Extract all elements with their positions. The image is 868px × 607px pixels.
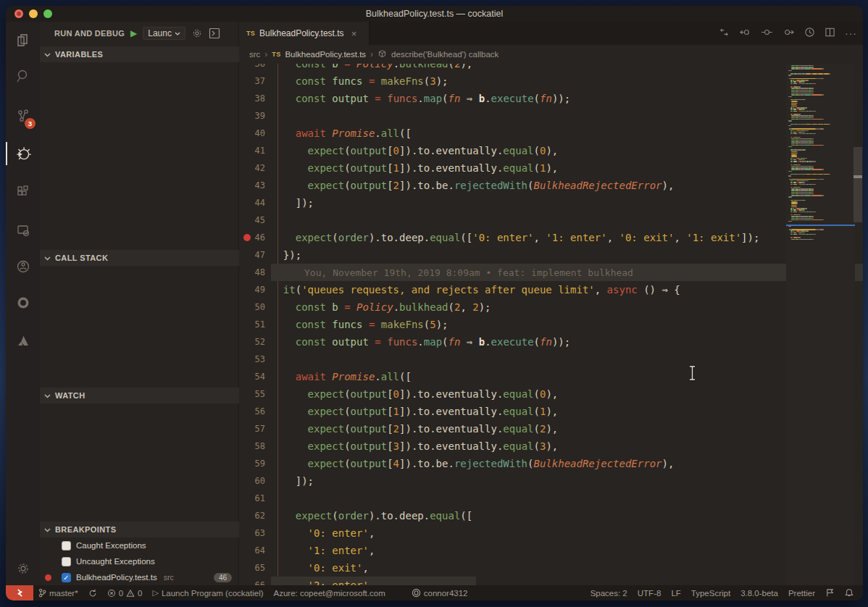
- code-line-43[interactable]: 43 expect(output[2]).to.be.rejectedWith(…: [239, 177, 863, 194]
- tab-bulkheadpolicy-test[interactable]: TS BulkheadPolicy.test.ts ×: [239, 22, 370, 45]
- eol-status[interactable]: LF: [666, 589, 685, 598]
- code-text[interactable]: [271, 351, 863, 368]
- variables-section-header[interactable]: VARIABLES: [40, 46, 239, 62]
- gutter[interactable]: 56: [239, 403, 271, 420]
- code-line-39[interactable]: 39: [239, 107, 863, 125]
- code-text[interactable]: expect(order).to.deep.equal([: [271, 507, 863, 524]
- code-text[interactable]: [271, 107, 863, 125]
- open-changes-icon[interactable]: [719, 27, 730, 41]
- notifications-bell-icon[interactable]: [840, 588, 859, 598]
- github-account-status[interactable]: connor4312: [406, 588, 473, 598]
- run-and-debug-icon[interactable]: [6, 139, 40, 168]
- code-text[interactable]: expect(output[1]).to.eventually.equal(1)…: [271, 403, 863, 420]
- code-line-62[interactable]: 62 expect(order).to.deep.equal([: [239, 507, 863, 524]
- code-text[interactable]: it('queues requests, and rejects after q…: [271, 281, 863, 298]
- code-text[interactable]: const b = Policy.bulkhead(2);: [271, 64, 863, 72]
- previous-change-icon[interactable]: [739, 27, 751, 41]
- code-text[interactable]: ]);: [271, 194, 863, 212]
- gutter[interactable]: 63: [239, 524, 271, 542]
- gutter[interactable]: 58: [239, 438, 271, 455]
- code-line-48[interactable]: 48You, November 19th, 2019 8:09am • feat…: [239, 264, 863, 281]
- gutter[interactable]: 52: [239, 333, 271, 351]
- code-text[interactable]: expect(output[4]).to.be.rejectedWith(Bul…: [271, 455, 863, 472]
- gutter[interactable]: 49: [239, 281, 271, 298]
- code-line-36[interactable]: 36 const b = Policy.bulkhead(2);: [239, 64, 863, 72]
- code-text[interactable]: expect(output[1]).to.eventually.equal(1)…: [271, 159, 863, 177]
- gutter[interactable]: 39: [239, 107, 271, 125]
- language-mode-status[interactable]: TypeScript: [686, 589, 735, 598]
- code-line-66[interactable]: 66 '2: enter': [239, 577, 863, 585]
- start-debug-icon[interactable]: ▶: [130, 28, 137, 38]
- gutter[interactable]: 41: [239, 142, 271, 159]
- watch-section-header[interactable]: WATCH: [40, 388, 239, 403]
- gutter[interactable]: 36: [239, 64, 271, 72]
- code-line-38[interactable]: 38 const output = funcs.map(fn ⇒ b.execu…: [239, 90, 863, 107]
- azure-account-status[interactable]: Azure: copeet@microsoft.com: [269, 589, 391, 598]
- code-line-61[interactable]: 61: [239, 490, 863, 507]
- gutter[interactable]: 50: [239, 298, 271, 316]
- remote-indicator[interactable]: [6, 585, 33, 600]
- gutter[interactable]: 62: [239, 507, 271, 524]
- code-line-55[interactable]: 55 expect(output[0]).to.eventually.equal…: [239, 385, 863, 403]
- code-text[interactable]: '1: enter',: [271, 542, 863, 559]
- gutter[interactable]: 37: [239, 72, 271, 90]
- code-text[interactable]: const funcs = makeFns(3);: [271, 72, 863, 90]
- code-line-56[interactable]: 56 expect(output[1]).to.eventually.equal…: [239, 403, 863, 420]
- gutter[interactable]: 44: [239, 194, 271, 212]
- settings-gear-icon[interactable]: [6, 554, 40, 583]
- code-text[interactable]: ]);: [271, 472, 863, 490]
- code-text[interactable]: const b = Policy.bulkhead(2, 2);: [271, 298, 863, 316]
- git-branch-status[interactable]: master*: [33, 588, 83, 598]
- code-text[interactable]: await Promise.all([: [271, 368, 863, 385]
- gutter[interactable]: 59: [239, 455, 271, 472]
- minimize-window-button[interactable]: [29, 9, 38, 18]
- code-text[interactable]: await Promise.all([: [271, 125, 863, 142]
- code-line-49[interactable]: 49 it('queues requests, and rejects afte…: [239, 281, 863, 298]
- code-text[interactable]: expect(order).to.deep.equal(['0: enter',…: [271, 229, 863, 246]
- compare-revision-icon[interactable]: [761, 27, 773, 41]
- debug-gear-icon[interactable]: [191, 28, 203, 39]
- code-text[interactable]: '2: enter': [271, 577, 863, 585]
- code-text[interactable]: You, November 19th, 2019 8:09am • feat: …: [271, 264, 863, 281]
- formatter-status[interactable]: Prettier: [783, 589, 820, 598]
- split-editor-icon[interactable]: [825, 27, 835, 41]
- code-line-60[interactable]: 60 ]);: [239, 472, 863, 490]
- code-text[interactable]: expect(output[0]).to.eventually.equal(0)…: [271, 142, 863, 159]
- code-line-64[interactable]: 64 '1: enter',: [239, 542, 863, 559]
- breakpoints-section-header[interactable]: BREAKPOINTS: [40, 522, 239, 537]
- code-text[interactable]: const output = funcs.map(fn ⇒ b.execute(…: [271, 333, 863, 351]
- code-line-44[interactable]: 44 ]);: [239, 194, 863, 212]
- debug-console-icon[interactable]: [209, 28, 220, 39]
- code-line-59[interactable]: 59 expect(output[4]).to.be.rejectedWith(…: [239, 455, 863, 472]
- breakpoint-uncaught-exceptions[interactable]: Uncaught Exceptions: [40, 553, 239, 569]
- code-line-57[interactable]: 57 expect(output[2]).to.eventually.equal…: [239, 420, 863, 438]
- problems-status[interactable]: 0 0: [102, 589, 148, 598]
- close-tab-icon[interactable]: ×: [351, 28, 357, 39]
- gutter[interactable]: 47: [239, 246, 271, 264]
- file-history-icon[interactable]: [804, 27, 815, 41]
- code-line-51[interactable]: 51 const funcs = makeFns(5);: [239, 316, 863, 333]
- gutter[interactable]: 60: [239, 472, 271, 490]
- code-text[interactable]: expect(output[2]).to.be.rejectedWith(Bul…: [271, 177, 863, 194]
- breadcrumb-file[interactable]: BulkheadPolicy.test.ts: [285, 50, 366, 59]
- gutter[interactable]: 57: [239, 420, 271, 438]
- code-text[interactable]: });: [271, 246, 863, 264]
- github-icon[interactable]: [6, 288, 40, 317]
- code-line-58[interactable]: 58 expect(output[3]).to.eventually.equal…: [239, 438, 863, 455]
- gutter[interactable]: 65: [239, 559, 271, 577]
- indentation-status[interactable]: Spaces: 2: [585, 589, 633, 598]
- breakpoint-caught-exceptions[interactable]: Caught Exceptions: [40, 537, 239, 553]
- code-text[interactable]: expect(output[0]).to.eventually.equal(0)…: [271, 385, 863, 403]
- scrollbar-slider[interactable]: [854, 147, 862, 222]
- code-text[interactable]: [271, 490, 863, 507]
- breakpoint-file-row[interactable]: ✓ BulkheadPolicy.test.ts src 46: [40, 569, 239, 585]
- code-line-46[interactable]: 46 expect(order).to.deep.equal(['0: ente…: [239, 229, 863, 246]
- gutter[interactable]: 46: [239, 229, 271, 246]
- code-line-47[interactable]: 47 });: [239, 246, 863, 264]
- breakpoint-dot-icon[interactable]: [243, 234, 251, 241]
- code-line-63[interactable]: 63 '0: enter',: [239, 524, 863, 542]
- gutter[interactable]: 51: [239, 316, 271, 333]
- extensions-icon[interactable]: [6, 177, 40, 206]
- ts-version-status[interactable]: 3.8.0-beta: [735, 589, 783, 598]
- live-share-icon[interactable]: [6, 252, 40, 281]
